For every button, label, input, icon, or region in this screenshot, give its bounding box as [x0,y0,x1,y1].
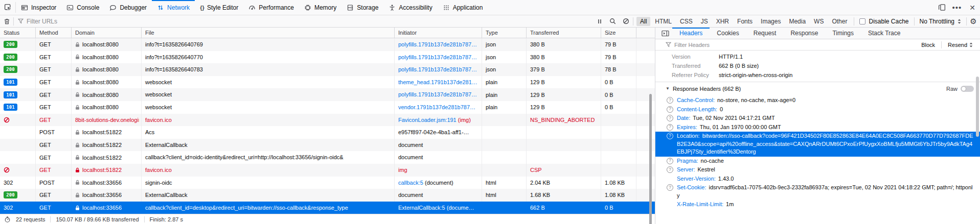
initiator-link[interactable]: vendor.1791b137de281b787… [398,104,475,110]
initiator-link[interactable]: polyfills.1791b137de281b787… [398,41,477,47]
type-filter-button[interactable]: Media [785,17,809,26]
request-row[interactable]: 302 POST localhost:33656 [0,177,655,189]
tab-performance[interactable]: Performance [243,0,299,15]
request-row[interactable]: POST localhost:51822 Acs e957f897- [0,126,655,139]
type-filter-button[interactable]: All [636,17,650,26]
question-mark-icon[interactable]: ? [667,97,673,104]
initiator-link[interactable]: callback:5 [398,180,423,186]
filter-headers-input[interactable] [674,42,915,48]
question-mark-icon[interactable]: ? [667,115,673,121]
clear-requests-button[interactable] [0,15,13,27]
header-row[interactable]: ? DateTue, 02 Nov 2021 04:17:21 GMT [655,114,980,123]
details-tab-headers[interactable]: Headers [672,28,710,39]
type-filter-button[interactable]: Fonts [734,17,756,26]
menu-button[interactable]: ••• [949,0,965,15]
block-requests-button[interactable] [620,15,633,27]
details-tab-response[interactable]: Response [783,28,825,39]
initiator-link[interactable]: ExternalCallback:5 (docume… [398,205,474,211]
initiator-link[interactable]: document [398,192,423,198]
header-row[interactable]: ? Pragmano-cache [655,157,980,166]
header-row[interactable]: ? Locationbitwarden://sso-callback?code=… [655,132,980,157]
column-header-type[interactable]: Type [482,28,527,38]
column-header-initiator[interactable]: Initiator [395,28,482,38]
type-filter-button[interactable]: JS [697,17,712,26]
tab-memory[interactable]: Memory [299,0,341,15]
search-requests-button[interactable] [606,15,620,27]
header-row[interactable]: ? Content-Length0 [655,105,980,114]
column-header-file[interactable]: File [142,28,395,38]
column-header-method[interactable]: Method [36,28,72,38]
type-filter-button[interactable]: XHR [713,17,733,26]
request-row[interactable]: GET localhost:51822 ExternalCallback [0,139,655,152]
column-header-domain[interactable]: Domain [72,28,142,38]
request-row[interactable]: 200 GET localhost:8080 [0,51,655,64]
initiator-link[interactable]: document [398,142,423,148]
pick-element-button[interactable] [0,0,15,15]
disable-cache-control[interactable]: Disable Cache [854,18,914,25]
tab-accessibility[interactable]: Accessibility [383,0,437,15]
initiator-link[interactable]: document [398,154,423,160]
header-row[interactable]: ? ExpiresThu, 01 Jan 1970 00:00:00 GMT [655,123,980,132]
type-filter-button[interactable]: WS [810,17,827,26]
initiator-link[interactable]: polyfills.1791b137de281b787… [398,54,477,60]
request-row[interactable]: 200 GET localhost:8080 [0,63,655,76]
initiator-link[interactable]: theme_head.1791b137de281… [398,79,477,85]
column-header-status[interactable]: Status [0,28,36,38]
tab-network[interactable]: Network [152,0,195,15]
header-row[interactable]: ? ServerKestrel [655,165,980,175]
type-filter-button[interactable]: CSS [676,17,696,26]
request-row[interactable]: 101 GET localhost:8080 [0,88,655,101]
request-row[interactable]: GET 8bit-solutions-dev.onelogin…. favico… [0,114,655,127]
resend-button[interactable]: Resend [945,41,976,49]
network-settings-button[interactable]: ⚙ [967,15,980,27]
initiator-link[interactable]: img [398,167,407,173]
tab-console[interactable]: Console [61,0,104,15]
request-row[interactable]: GET localhost:51822 favicon.ico im [0,164,655,177]
response-headers-section-header[interactable]: ▼ Response Headers (662 B) Raw [655,82,980,95]
request-row[interactable]: 101 GET localhost:8080 [0,76,655,89]
tab-storage[interactable]: Storage [341,0,383,15]
pause-traffic-button[interactable] [593,15,606,27]
initiator-link[interactable]: polyfills.1791b137de281b787… [398,66,477,72]
filter-urls-input[interactable] [27,18,589,25]
column-header-transferred[interactable]: Transferred [527,28,601,38]
question-mark-icon[interactable]: ? [667,106,673,113]
column-header-size[interactable]: Size [601,28,636,38]
request-row[interactable]: 200 GET localhost:8080 [0,38,655,51]
request-row[interactable]: 200 GET localhost:33656 [0,189,655,202]
header-row[interactable]: ? Server-Version1.43.0 [655,175,980,184]
tab-style-editor[interactable]: { } Style Editor [195,0,243,15]
initiator-link[interactable]: e957f897-042e-4ba1-aff1-… [398,129,469,135]
header-row[interactable]: ? X-Rate-Limit-Limit1m [655,200,980,209]
header-row[interactable]: ? Set-Cookieidsrv=adf6cba1-7075-402b-9ec… [655,183,980,200]
question-mark-icon[interactable]: ? [667,166,673,173]
tab-inspector[interactable]: Inspector [16,0,61,15]
details-tab-cookies[interactable]: Cookies [710,28,746,39]
request-row[interactable]: GET localhost:51822 callback?client_id=o… [0,151,655,164]
close-devtools-button[interactable]: ✕ [965,0,980,15]
initiator-link[interactable]: FaviconLoader.jsm:191 [398,117,457,123]
header-row[interactable]: ? Cache-Controlno-store, no-cache, max-a… [655,96,980,105]
throttling-dropdown[interactable]: No Throttling [915,18,966,25]
block-url-button[interactable]: Block [918,41,938,49]
details-tab-timings[interactable]: Timings [825,28,861,39]
question-mark-icon[interactable]: ? [667,184,673,191]
raw-toggle[interactable] [961,86,974,92]
details-tab-stack-trace[interactable]: Stack Trace [861,28,907,39]
details-scrollbar[interactable] [976,77,979,137]
question-mark-icon[interactable]: ? [667,124,673,131]
request-row[interactable]: 302 GET localhost:33656 [0,202,655,214]
type-filter-button[interactable]: HTML [651,17,675,26]
type-filter-button[interactable]: Other [828,17,851,26]
tab-application[interactable]: Application [438,0,488,15]
collapse-details-pane-button[interactable] [658,28,672,39]
responsive-design-button[interactable] [934,0,949,15]
details-tab-request[interactable]: Request [746,28,784,39]
request-row[interactable]: 101 GET localhost:8080 [0,101,655,114]
request-list-scrollbar[interactable] [649,94,652,224]
question-mark-icon[interactable]: ? [667,158,673,164]
disable-cache-checkbox[interactable] [859,18,865,24]
tab-debugger[interactable]: Debugger [104,0,152,15]
type-filter-button[interactable]: Images [757,17,784,26]
initiator-link[interactable]: polyfills.1791b137de281b787… [398,91,477,97]
